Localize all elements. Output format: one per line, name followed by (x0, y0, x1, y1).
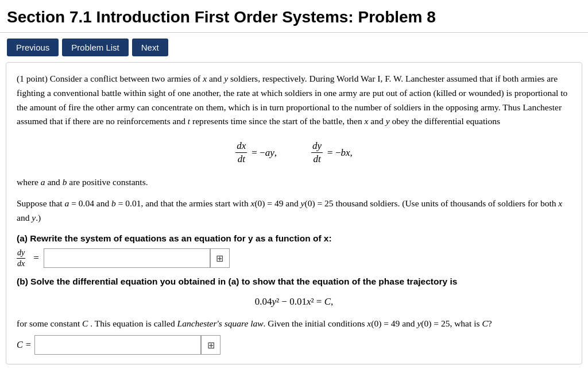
dy-dt-equation: dy dt = −bx, (311, 140, 353, 165)
constants-text: where a and b are positive constants. (17, 175, 571, 190)
dx-dt-fraction: dx dt (235, 140, 247, 165)
part-a-grid-icon[interactable]: ⊞ (210, 248, 230, 268)
c-input-row: C = ⊞ (17, 335, 571, 355)
c-label: C = (17, 340, 31, 350)
phase-trajectory-equation: 0.04y² − 0.01x² = C, (17, 296, 571, 308)
part-a-section: (a) Rewrite the system of equations as a… (17, 233, 571, 268)
lanchester-text: for some constant C . This equation is c… (17, 317, 571, 331)
toolbar: Previous Problem List Next (0, 33, 588, 62)
problem-content: (1 point) Consider a conflict between tw… (6, 62, 582, 364)
problem-intro: (1 point) Consider a conflict between tw… (17, 72, 571, 129)
problem-list-button[interactable]: Problem List (62, 39, 128, 56)
dy-dx-label: dy dx (17, 248, 25, 268)
previous-button[interactable]: Previous (7, 39, 59, 56)
next-button[interactable]: Next (132, 39, 168, 56)
part-a-input-row: dy dx = ⊞ (17, 248, 571, 268)
suppose-text: Suppose that a = 0.04 and b = 0.01, and … (17, 197, 571, 225)
points-label: (1 point) (17, 74, 48, 83)
page-title: Section 7.1 Introduction First Order Sys… (0, 0, 588, 33)
part-a-label: (a) Rewrite the system of equations as a… (17, 233, 571, 244)
part-a-input[interactable] (44, 248, 210, 268)
part-b-section: (b) Solve the differential equation you … (17, 277, 571, 355)
dy-dt-fraction: dy dt (311, 140, 323, 165)
part-b-label: (b) Solve the differential equation you … (17, 277, 571, 287)
dx-dt-equation: dx dt = −ay, (235, 140, 277, 165)
differential-equations: dx dt = −ay, dy dt = −bx, (17, 140, 571, 165)
equals-sign-a: = (33, 252, 39, 264)
part-b-c-input[interactable] (34, 335, 201, 355)
part-b-grid-icon[interactable]: ⊞ (201, 335, 220, 355)
